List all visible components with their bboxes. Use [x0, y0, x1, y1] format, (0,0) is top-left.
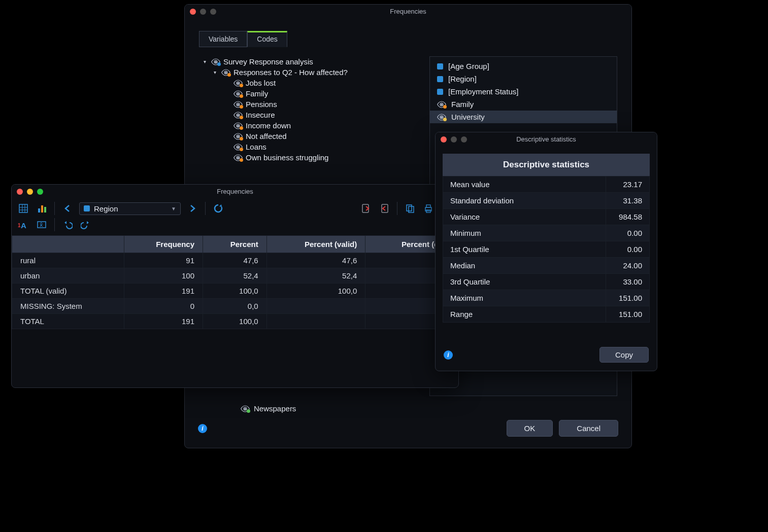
ok-button[interactable]: OK — [507, 420, 553, 437]
stats-table: Mean value 23.17 Standard deviation 31.3… — [443, 176, 650, 323]
stats-icon[interactable]: x̄ — [35, 218, 48, 231]
maximize-icon[interactable] — [37, 189, 43, 195]
format-text-icon[interactable]: 1A — [17, 218, 30, 231]
tree-item[interactable]: Loans — [199, 141, 420, 152]
titlebar: Frequencies — [12, 185, 458, 199]
cancel-button[interactable]: Cancel — [559, 420, 618, 437]
refresh-icon[interactable] — [212, 202, 225, 215]
undo-icon[interactable] — [61, 218, 74, 231]
tree-item[interactable]: Own business struggling — [199, 152, 420, 163]
table-header[interactable]: Percent (valid) — [266, 236, 365, 253]
redo-icon[interactable] — [79, 218, 92, 231]
tree-item-label: Newspapers — [254, 404, 296, 413]
tree-item-label: Survey Response analysis — [223, 57, 313, 66]
window-controls — [190, 9, 216, 15]
variable-select[interactable]: Region ▼ — [79, 202, 181, 215]
collapse-icon[interactable]: ▾ — [201, 59, 208, 64]
descriptive-stats-window: Descriptive statistics Descriptive stati… — [435, 132, 657, 371]
stat-label: 1st Quartile — [443, 241, 606, 258]
code-icon — [233, 90, 243, 97]
stat-value: 24.00 — [606, 258, 650, 274]
stat-value: 984.58 — [606, 209, 650, 225]
table-cell: 0 — [124, 299, 203, 314]
close-icon[interactable] — [17, 189, 23, 195]
maximize-icon[interactable] — [210, 9, 216, 15]
table-cell: 47,6 — [203, 253, 267, 268]
table-cell: MISSING: System — [12, 299, 124, 314]
arrow-left-icon[interactable] — [61, 202, 74, 215]
list-item-label: Family — [451, 100, 474, 109]
export-icon[interactable] — [378, 202, 391, 215]
table-cell — [266, 314, 365, 329]
tab-bar: Variables Codes — [199, 31, 617, 47]
tree-item[interactable]: Pensions — [199, 99, 420, 110]
tab-codes[interactable]: Codes — [247, 31, 287, 47]
tree-item-root[interactable]: ▾ Survey Response analysis — [199, 56, 420, 67]
variable-icon — [437, 63, 443, 69]
tree-item-parent[interactable]: ▾ Responses to Q2 - How affected? — [199, 67, 420, 78]
code-icon — [233, 112, 243, 119]
list-item-label: University — [451, 113, 485, 121]
maximize-icon[interactable] — [461, 136, 467, 143]
window-title: Descriptive statistics — [436, 135, 657, 143]
tree-item[interactable]: Not affected — [199, 131, 420, 141]
tree-item[interactable]: Income down — [199, 120, 420, 131]
list-item-label: [Region] — [448, 75, 477, 83]
tree-item-label: Jobs lost — [246, 79, 276, 87]
table-cell: 100,0 — [203, 283, 267, 299]
arrow-right-icon[interactable] — [186, 202, 199, 215]
list-item-variable[interactable]: [Employment Status] — [430, 85, 617, 98]
variable-select-label: Region — [94, 204, 118, 213]
table-view-icon[interactable] — [17, 202, 30, 215]
toolbar: Region ▼ — [12, 199, 458, 218]
frequency-table[interactable]: FrequencyPercentPercent (valid)Percent (… — [12, 235, 458, 329]
minimize-icon[interactable] — [451, 136, 457, 143]
table-header[interactable] — [12, 236, 124, 253]
close-icon[interactable] — [441, 136, 447, 143]
copy-icon[interactable] — [404, 202, 417, 215]
svg-rect-7 — [41, 205, 43, 212]
stat-label: Mean value — [443, 176, 606, 193]
close-icon[interactable] — [190, 9, 196, 15]
table-cell: TOTAL — [12, 314, 124, 329]
table-row: Minimum 0.00 — [443, 225, 650, 241]
code-icon — [211, 58, 220, 65]
titlebar: Descriptive statistics — [436, 132, 657, 147]
table-header[interactable]: Percent — [203, 236, 267, 253]
table-cell: 100,0 — [203, 314, 267, 329]
chart-view-icon[interactable] — [35, 202, 48, 215]
code-icon — [233, 144, 243, 151]
list-item-code[interactable]: University — [430, 111, 617, 123]
table-row[interactable]: urban 100 52,4 52,4 — [12, 268, 458, 283]
table-row: Range 151.00 — [443, 306, 650, 323]
tab-variables[interactable]: Variables — [199, 31, 247, 47]
import-icon[interactable] — [359, 202, 373, 215]
collapse-icon[interactable]: ▾ — [211, 69, 218, 75]
list-item-variable[interactable]: [Age Group] — [430, 60, 617, 73]
table-row[interactable]: TOTAL (valid) 191 100,0 100,0 — [12, 283, 458, 299]
list-item-variable[interactable]: [Region] — [430, 73, 617, 85]
table-header[interactable]: Frequency — [124, 236, 203, 253]
tree-item[interactable]: Insecure — [199, 110, 420, 120]
tree-item-label: Insecure — [246, 111, 275, 119]
info-icon[interactable]: i — [198, 424, 207, 433]
tree-item[interactable]: Newspapers — [185, 404, 631, 413]
code-icon — [437, 101, 446, 108]
table-cell: 52,4 — [266, 268, 365, 283]
minimize-icon[interactable] — [200, 9, 206, 15]
tree-item[interactable]: Jobs lost — [199, 78, 420, 88]
print-icon[interactable] — [422, 202, 435, 215]
table-cell: 52,4 — [203, 268, 267, 283]
window-title: Frequencies — [185, 8, 631, 15]
info-icon[interactable]: i — [444, 350, 453, 360]
table-row[interactable]: TOTAL 191 100,0 — [12, 314, 458, 329]
stat-label: 3rd Quartile — [443, 274, 606, 290]
tree-item[interactable]: Family — [199, 88, 420, 99]
stats-footer: i Copy — [443, 344, 650, 364]
list-item-code[interactable]: Family — [430, 98, 617, 111]
table-row[interactable]: rural 91 47,6 47,6 — [12, 253, 458, 268]
minimize-icon[interactable] — [27, 189, 33, 195]
copy-button[interactable]: Copy — [599, 347, 649, 363]
svg-rect-9 — [362, 204, 369, 212]
table-row[interactable]: MISSING: System 0 0,0 — [12, 299, 458, 314]
